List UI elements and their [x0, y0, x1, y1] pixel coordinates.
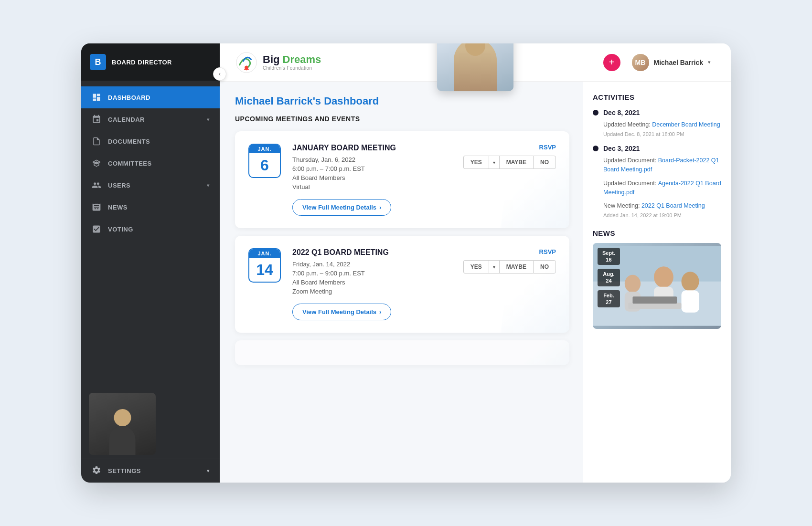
- meeting-audience-q1: All Board Members: [292, 279, 452, 286]
- rsvp-dropdown-q1[interactable]: ▾: [489, 260, 499, 274]
- meetings-panel: Michael Barrick's Dashboard UPCOMING MEE…: [220, 82, 583, 483]
- avatar-initials: MB: [632, 54, 649, 71]
- sidebar: B BOARD DIRECTOR ‹ DASHBOARD CALENDAR ▾: [81, 43, 220, 483]
- svg-point-6: [654, 266, 673, 288]
- user-name-label: Michael Barrick: [654, 59, 704, 66]
- calendar-arrow-icon: ▾: [207, 117, 210, 122]
- settings-arrow-icon: ▾: [207, 468, 210, 473]
- users-icon: [92, 180, 101, 190]
- activity-item-1: Updated Document: Board-Packet-2022 Q1 B…: [593, 156, 721, 174]
- sidebar-item-dashboard[interactable]: DASHBOARD: [81, 86, 220, 108]
- topbar-actions: + MB Michael Barrick ▾: [603, 51, 716, 74]
- sidebar-item-label: DOCUMENTS: [108, 138, 150, 145]
- activity-prefix-2: Updated Document:: [603, 180, 658, 187]
- meeting-time-jan: 6:00 p.m. – 7:00 p.m. EST: [292, 165, 452, 172]
- sidebar-app-title: BOARD DIRECTOR: [112, 59, 172, 66]
- user-avatar-image: MB: [632, 54, 649, 71]
- activity-meta-3: Added Jan. 14, 2022 at 19:00 PM: [603, 211, 721, 220]
- rsvp-area-jan: RSVP YES ▾ MAYBE NO: [463, 144, 556, 169]
- topbar: Big Dreams Children's Foundation +: [220, 43, 731, 82]
- sidebar-item-settings[interactable]: SETTINGS ▾: [81, 459, 220, 483]
- svg-rect-9: [682, 290, 699, 312]
- sidebar-collapse-button[interactable]: ‹: [213, 67, 226, 81]
- activity-item-0: Updated Meeting: December Board Meeting …: [593, 120, 721, 138]
- user-menu-chevron-icon: ▾: [708, 59, 711, 65]
- sidebar-item-documents[interactable]: DOCUMENTS: [81, 130, 220, 152]
- view-meeting-details-jan[interactable]: View Full Meeting Details ›: [292, 199, 391, 216]
- activity-date-label-dec8: Dec 8, 2021: [603, 109, 640, 116]
- svg-point-10: [625, 274, 641, 292]
- rsvp-yes-q1[interactable]: YES: [463, 260, 489, 274]
- meeting-date-jan: Thursday, Jan. 6, 2022: [292, 156, 452, 163]
- rsvp-buttons-jan: YES ▾ MAYBE NO: [463, 156, 556, 169]
- sidebar-item-news[interactable]: NEWS: [81, 196, 220, 218]
- news-date-feb: Feb.27: [598, 290, 620, 308]
- rsvp-no-jan[interactable]: NO: [533, 156, 556, 169]
- news-date-sept: Sept.16: [598, 248, 620, 265]
- cal-day-jan: 6: [249, 153, 280, 177]
- sidebar-item-calendar[interactable]: CALENDAR ▾: [81, 108, 220, 130]
- news-dates: Sept.16 Aug.24 Feb.27: [598, 248, 620, 308]
- rsvp-label-jan: RSVP: [539, 144, 556, 151]
- news-date-aug: Aug.24: [598, 269, 620, 286]
- committees-icon: [92, 158, 101, 168]
- meeting-info-jan: JANUARY BOARD MEETING Thursday, Jan. 6, …: [292, 144, 452, 216]
- svg-rect-13: [632, 296, 677, 304]
- sidebar-item-label: USERS: [108, 182, 130, 189]
- activity-date-dec3: Dec 3, 2021: [593, 145, 721, 152]
- rsvp-label-q1: RSVP: [539, 248, 556, 255]
- meeting-card-jan: JAN. 6 JANUARY BOARD MEETING Thursday, J…: [235, 131, 569, 228]
- view-btn-label-jan: View Full Meeting Details: [302, 204, 376, 211]
- rsvp-maybe-jan[interactable]: MAYBE: [499, 156, 533, 169]
- news-image: Sept.16 Aug.24 Feb.27: [593, 243, 721, 329]
- video-preview: [437, 43, 513, 91]
- activity-link-3[interactable]: 2022 Q1 Board Meeting: [641, 202, 705, 209]
- activity-date-dec8: Dec 8, 2021: [593, 109, 721, 116]
- meeting-title-jan: JANUARY BOARD MEETING: [292, 144, 452, 152]
- activity-prefix-3: New Meeting:: [603, 202, 641, 209]
- activities-panel: ACTIVITIES Dec 8, 2021 Updated Meeting: …: [583, 82, 731, 483]
- sidebar-nav: DASHBOARD CALENDAR ▾ DOCUMENTS: [81, 81, 220, 389]
- meeting-time-q1: 7:00 p.m. – 9:00 p.m. EST: [292, 270, 452, 277]
- dashboard-title: Michael Barrick's Dashboard: [235, 95, 569, 107]
- svg-rect-12: [628, 303, 681, 309]
- view-meeting-details-q1[interactable]: View Full Meeting Details ›: [292, 304, 391, 320]
- sidebar-item-label: DASHBOARD: [108, 94, 150, 101]
- calendar-icon: [92, 115, 101, 124]
- meetings-section-title: UPCOMING MEETINGS AND EVENTS: [235, 115, 569, 123]
- logo-big-text: Big: [263, 53, 283, 65]
- avatar-body: [109, 426, 136, 455]
- content-area: Michael Barrick's Dashboard UPCOMING MEE…: [220, 82, 731, 483]
- activity-item-2: Updated Document: Agenda-2022 Q1 Board M…: [593, 179, 721, 197]
- rsvp-yes-jan[interactable]: YES: [463, 156, 489, 169]
- main-area: Big Dreams Children's Foundation +: [220, 43, 731, 483]
- sidebar-item-users[interactable]: USERS ▾: [81, 174, 220, 196]
- activity-link-0[interactable]: December Board Meeting: [652, 121, 720, 128]
- settings-label: SETTINGS: [108, 467, 141, 474]
- news-icon: [92, 202, 101, 212]
- sidebar-item-committees[interactable]: COMMITTEES: [81, 152, 220, 174]
- rsvp-maybe-q1[interactable]: MAYBE: [499, 260, 533, 274]
- sidebar-user-avatar: [89, 393, 156, 455]
- calendar-icon-q1: JAN. 14: [248, 248, 281, 283]
- activity-dot-dec8: [593, 110, 598, 116]
- avatar-figure: [109, 409, 136, 455]
- rsvp-no-q1[interactable]: NO: [533, 260, 556, 274]
- news-date-aug-label: Aug.24: [603, 271, 614, 284]
- rsvp-dropdown-jan[interactable]: ▾: [489, 156, 499, 169]
- dashboard-icon: [92, 93, 101, 102]
- cal-day-q1: 14: [249, 258, 280, 282]
- sidebar-item-voting[interactable]: VOTING: [81, 218, 220, 240]
- news-section: Sept.16 Aug.24 Feb.27: [593, 243, 721, 329]
- meeting-card-partial: [235, 340, 569, 365]
- add-button[interactable]: +: [603, 54, 620, 71]
- meeting-date-q1: Friday, Jan. 14, 2022: [292, 261, 452, 268]
- meeting-location-jan: Virtual: [292, 183, 452, 190]
- svg-point-8: [682, 272, 699, 291]
- activity-dot-dec3: [593, 146, 598, 151]
- news-date-feb-label: Feb.27: [603, 293, 614, 305]
- cal-month-q1: JAN.: [249, 249, 280, 258]
- meeting-info-q1: 2022 Q1 BOARD MEETING Friday, Jan. 14, 2…: [292, 248, 452, 320]
- view-btn-label-q1: View Full Meeting Details: [302, 308, 376, 316]
- user-menu[interactable]: MB Michael Barrick ▾: [627, 51, 716, 74]
